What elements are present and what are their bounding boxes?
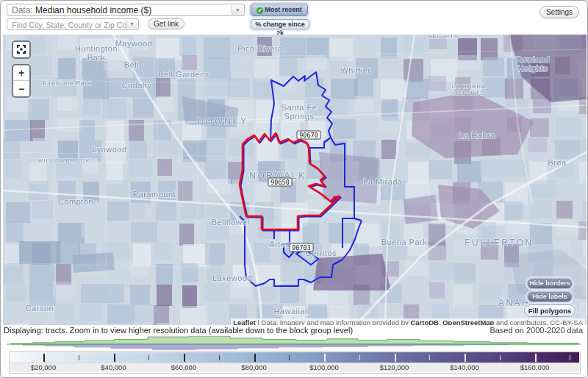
city-label: Lynwood	[92, 145, 126, 154]
search-placeholder: Find City, State, County or Zip Code	[12, 21, 135, 29]
histogram-purple-series	[23, 344, 508, 349]
city-label: FULLERTON	[465, 238, 533, 248]
histogram-green-series	[11, 336, 578, 344]
legend-major-tick	[114, 354, 115, 362]
city-label: Buena Park	[381, 238, 427, 246]
status-bar: Displaying: tracts. Zoom in to view high…	[1, 325, 587, 336]
city-label: La Habra	[459, 131, 495, 140]
data-select-value: Median household income ($)	[35, 5, 151, 15]
city-label: WILLOWBROOK	[37, 157, 90, 164]
zoom-in-button[interactable]: +	[13, 65, 29, 81]
city-label: Carson	[26, 304, 54, 313]
legend-labels-strip: $20,000$40,000$60,000$80,000$100,000$120…	[10, 363, 579, 372]
city-label: Lakewood	[212, 274, 252, 282]
city-label: Maywood	[115, 39, 153, 48]
svg-text:90650: 90650	[270, 179, 290, 186]
pct-change-button[interactable]: % change since 2k	[251, 19, 309, 29]
status-based-on-text: Based on 2000-2020 data	[490, 326, 583, 335]
legend-value-label: $40,000	[101, 363, 126, 371]
hide-borders-button[interactable]: Hide borders	[527, 278, 573, 289]
zoom-out-button[interactable]: −	[13, 81, 29, 96]
legend-value-label: $100,000	[309, 363, 339, 371]
map-canvas[interactable]: MaywoodHuntingtonParkPico RiveraHEIGHTSW…	[3, 35, 587, 325]
color-scale-legend[interactable]: $20,000$40,000$60,000$80,000$100,000$120…	[9, 351, 581, 374]
legend-major-tick	[184, 354, 185, 362]
hide-labels-button[interactable]: Hide labels	[527, 291, 573, 302]
zip-label: 90670	[297, 131, 320, 139]
legend-minor-tick	[359, 355, 360, 360]
data-metric-select[interactable]: Data: Median household income ($) ▼	[7, 4, 245, 16]
check-icon: ✓	[257, 7, 263, 14]
city-label: Bell Gardens	[158, 70, 209, 79]
city-label: Bellflower	[212, 218, 251, 227]
map-application-window: Data: Median household income ($) ▼ Find…	[0, 0, 588, 378]
svg-text:90703: 90703	[292, 244, 311, 252]
city-label: RowlandHeights	[516, 55, 550, 73]
fullscreen-icon	[17, 45, 26, 54]
chevron-down-icon[interactable]: ▼	[232, 5, 243, 15]
legend-minor-tick	[429, 355, 430, 360]
zoom-control: + −	[12, 64, 31, 98]
chevron-down-icon[interactable]: ▼	[126, 20, 137, 29]
legend-minor-tick	[219, 355, 220, 360]
fill-polygons-button[interactable]: Fill polygons	[524, 304, 576, 317]
city-label: Compton	[58, 197, 93, 206]
search-input[interactable]: Find City, State, County or Zip Code ▼	[7, 18, 139, 30]
choropleth-map: MaywoodHuntingtonParkPico RiveraHEIGHTSW…	[3, 35, 587, 325]
city-label: HEIGHTS	[428, 35, 459, 40]
legend-value-label: $80,000	[241, 363, 266, 371]
legend-minor-tick	[289, 355, 290, 360]
zip-label: 90703	[290, 243, 313, 252]
legend-major-tick	[395, 354, 396, 362]
city-label: Paramount	[133, 190, 176, 199]
legend-value-label: $120,000	[380, 363, 409, 371]
get-link-button[interactable]: Get link	[148, 18, 184, 29]
fullscreen-control	[12, 40, 31, 59]
svg-text:90670: 90670	[299, 132, 318, 139]
legend-minor-tick	[148, 355, 149, 360]
legend-value-label: $20,000	[31, 363, 56, 371]
legend-major-tick	[324, 354, 326, 362]
data-select-prefix: Data:	[12, 5, 33, 15]
legend-value-label: $60,000	[171, 363, 196, 371]
legend-major-tick	[535, 354, 537, 362]
city-label: Cudahy	[122, 81, 152, 90]
legend-ticks	[10, 352, 579, 363]
city-label: La Mirada	[363, 177, 403, 186]
legend-major-tick	[465, 354, 466, 362]
city-label: Brea	[548, 158, 567, 167]
legend-major-tick	[254, 354, 256, 362]
city-label: Bell	[124, 60, 139, 69]
city-label: Whittier	[340, 66, 370, 75]
legend-minor-tick	[570, 355, 570, 360]
legend-minor-tick	[79, 355, 79, 360]
city-label: Santa FeSprings	[282, 103, 318, 121]
legend-major-tick	[43, 354, 45, 362]
city-label: Firestone Park	[43, 79, 91, 87]
legend-minor-tick	[500, 355, 501, 360]
most-recent-value-button[interactable]: ✓Most recent value	[251, 4, 308, 16]
status-displaying-text: Displaying: tracts. Zoom in to view high…	[4, 326, 353, 335]
city-label: DOWNEY	[198, 116, 248, 126]
settings-button[interactable]: Settings	[539, 6, 579, 18]
value-distribution-histogram	[1, 336, 587, 351]
city-label: LA HABRAHEIGHTS	[451, 83, 486, 96]
fullscreen-button[interactable]	[13, 42, 29, 57]
legend-value-label: $160,000	[520, 363, 550, 371]
zip-label: 90650	[268, 178, 292, 186]
city-label: Pico Rivera	[237, 44, 283, 53]
legend-value-label: $140,000	[450, 363, 479, 371]
